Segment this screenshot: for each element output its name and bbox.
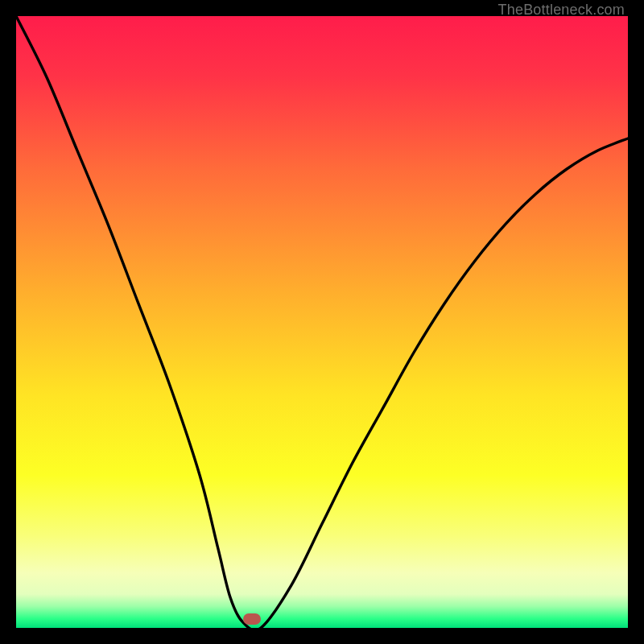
bottleneck-curve [16,16,628,628]
chart-plot-area [16,16,628,628]
optimal-point-marker [243,613,261,625]
